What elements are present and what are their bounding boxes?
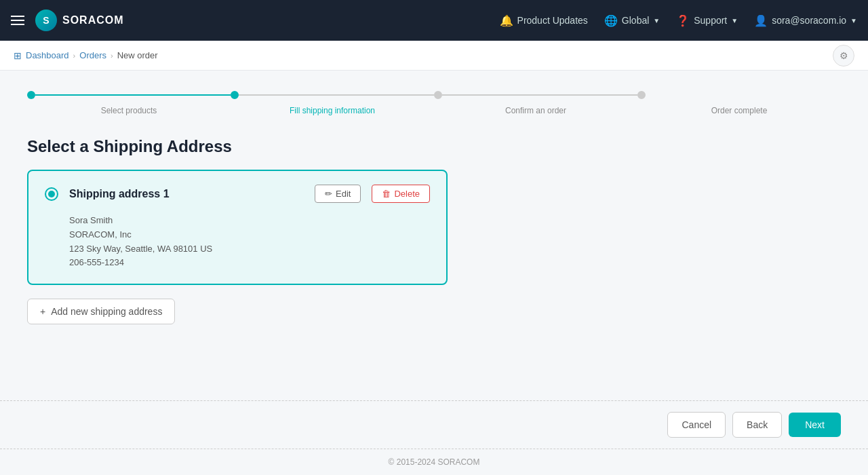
back-button[interactable]: Back [732,412,782,438]
cancel-button[interactable]: Cancel [667,412,726,438]
address-radio[interactable] [45,187,58,201]
step-line-3 [442,94,637,96]
logo: S SORACOM [35,10,500,31]
breadcrumb: ⊞ Dashboard › Orders › New order [14,50,158,61]
breadcrumb-dashboard[interactable]: Dashboard [26,50,69,60]
product-updates-label: Product Updates [517,15,588,26]
step-line-2 [239,94,434,96]
step-label-2: Fill shipping information [290,106,375,115]
chevron-down-icon: ▼ [653,17,660,24]
step-order-complete: Order complete [637,90,841,115]
user-icon: 👤 [754,14,768,27]
product-updates-link[interactable]: 🔔 Product Updates [500,14,588,27]
step-dot-3 [434,91,442,99]
global-menu[interactable]: 🌐 Global ▼ [604,14,660,27]
address-name-line: Sora Smith [69,214,430,228]
settings-icon-button[interactable]: ⚙ [833,45,854,66]
step-confirm-order: Confirm an order [434,90,637,115]
progress-steps: Select products Fill shipping informatio… [27,84,841,115]
breadcrumb-bar: ⊞ Dashboard › Orders › New order ⚙ [0,41,868,71]
step-dot-1 [27,91,35,99]
step-select-products: Select products [27,90,231,115]
address-details: Sora Smith SORACOM, Inc 123 Sky Way, Sea… [45,214,430,270]
chevron-down-icon-support: ▼ [731,17,738,24]
globe-icon: 🌐 [604,14,618,27]
add-new-shipping-address-button[interactable]: + Add new shipping address [27,299,175,324]
grid-icon: ⊞ [14,50,22,61]
menu-icon[interactable] [11,16,24,25]
user-email: sora@soracom.io [772,15,846,26]
breadcrumb-orders[interactable]: Orders [79,50,106,60]
page-title: Select a Shipping Address [27,137,841,156]
address-company-line: SORACOM, Inc [69,228,430,242]
footer-actions: Cancel Back Next [0,400,868,449]
bell-icon: 🔔 [500,14,513,27]
main-content: Select products Fill shipping informatio… [0,71,868,400]
trash-icon: 🗑 [382,189,391,199]
edit-button[interactable]: ✏ Edit [315,185,361,203]
address-street-line: 123 Sky Way, Seattle, WA 98101 US [69,242,430,256]
step-label-1: Select products [101,106,157,115]
radio-inner [48,191,55,197]
copyright-text: © 2015-2024 SORACOM [389,457,480,467]
nav-actions: 🔔 Product Updates 🌐 Global ▼ ❓ Support ▼… [500,14,857,27]
address-card-header: Shipping address 1 ✏ Edit 🗑 Delete [45,185,430,203]
step-dot-4 [637,91,646,99]
user-menu[interactable]: 👤 sora@soracom.io ▼ [754,14,857,27]
step-dot-2 [231,91,239,99]
logo-text: SORACOM [62,14,124,26]
delete-label: Delete [394,189,420,199]
add-new-label: Add new shipping address [51,306,162,317]
step-fill-shipping: Fill shipping information [231,90,434,115]
breadcrumb-new-order: New order [117,50,158,60]
delete-button[interactable]: 🗑 Delete [372,185,430,203]
edit-icon: ✏ [325,189,332,199]
support-icon: ❓ [676,14,690,27]
global-label: Global [622,15,649,26]
step-line-1 [35,94,231,96]
address-title: Shipping address 1 [69,188,304,200]
logo-icon: S [35,10,57,31]
plus-icon: + [40,306,45,317]
breadcrumb-sep-2: › [111,52,113,60]
step-label-4: Order complete [711,106,768,115]
page-footer: © 2015-2024 SORACOM [0,449,868,475]
top-navigation: S SORACOM 🔔 Product Updates 🌐 Global ▼ ❓… [0,0,868,41]
support-label: Support [694,15,727,26]
step-label-3: Confirm an order [505,106,566,115]
support-menu[interactable]: ❓ Support ▼ [676,14,738,27]
next-button[interactable]: Next [789,413,841,437]
breadcrumb-sep-1: › [73,52,76,60]
chevron-down-icon-user: ▼ [850,17,857,24]
address-card: Shipping address 1 ✏ Edit 🗑 Delete Sora … [27,170,448,285]
edit-label: Edit [336,189,351,199]
address-phone-line: 206-555-1234 [69,256,430,270]
